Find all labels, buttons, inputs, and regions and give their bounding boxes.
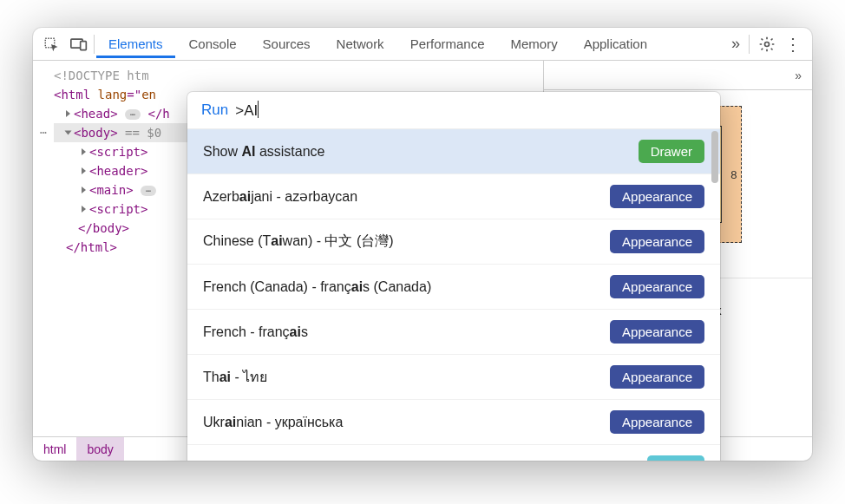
- divider: [94, 35, 95, 54]
- gear-icon[interactable]: [758, 36, 776, 53]
- command-palette-item[interactable]: Show AI assistanceDrawer: [187, 129, 720, 174]
- sidebar-overflow-icon[interactable]: »: [795, 69, 802, 82]
- command-item-label: Show AI assistance: [203, 144, 325, 160]
- command-palette-list: Show AI assistanceDrawerAzerbaijani - az…: [187, 129, 720, 461]
- dom-doctype: <!DOCTYPE htm: [54, 69, 149, 82]
- gutter-dots-icon[interactable]: ⋯: [36, 123, 50, 142]
- tab-bar: Elements Console Sources Network Perform…: [33, 28, 812, 61]
- command-palette-input[interactable]: Run >AI: [187, 92, 720, 129]
- scrollbar-thumb[interactable]: [711, 131, 718, 183]
- text-caret: [258, 101, 259, 118]
- command-item-badge: Appearance: [610, 185, 704, 208]
- tab-performance[interactable]: Performance: [398, 29, 497, 58]
- command-item-badge: Appearance: [610, 410, 704, 434]
- command-item-label: Show Application: [203, 460, 311, 461]
- tab-network[interactable]: Network: [324, 29, 396, 58]
- tabs-overflow-icon[interactable]: »: [731, 35, 740, 53]
- command-palette: Run >AI Show AI assistanceDrawerAzerbaij…: [187, 92, 720, 461]
- inspect-icon[interactable]: [38, 32, 64, 56]
- command-item-label: Chinese (Taiwan) - 中文 (台灣): [203, 232, 394, 251]
- dom-body[interactable]: <body>: [74, 126, 118, 140]
- expand-icon[interactable]: [82, 187, 86, 193]
- command-palette-item[interactable]: Azerbaijani - azərbaycanAppearance: [187, 174, 720, 219]
- ellipsis-icon[interactable]: ⋯: [141, 186, 156, 196]
- dom-html-close[interactable]: </html>: [66, 240, 117, 254]
- dom-html-open[interactable]: <html lang="en: [54, 88, 156, 101]
- dom-main[interactable]: <main>: [89, 183, 134, 197]
- command-item-badge: Appearance: [610, 365, 704, 389]
- command-palette-item[interactable]: Chinese (Taiwan) - 中文 (台灣)Appearance: [187, 219, 720, 265]
- command-palette-item[interactable]: French - françaisAppearance: [187, 310, 720, 355]
- tab-memory[interactable]: Memory: [499, 29, 570, 58]
- command-query: >AI: [235, 101, 259, 120]
- tab-elements[interactable]: Elements: [96, 29, 175, 58]
- selected-node-indicator: == $0: [125, 126, 161, 140]
- svg-point-3: [765, 42, 770, 46]
- tab-console[interactable]: Console: [177, 29, 249, 58]
- expand-icon[interactable]: [66, 110, 70, 117]
- command-item-badge: Panel: [647, 455, 704, 461]
- dom-script[interactable]: <script>: [89, 202, 147, 216]
- command-item-label: Thai - ไทย: [203, 366, 267, 388]
- command-item-badge: Appearance: [610, 320, 704, 344]
- dom-header[interactable]: <header>: [89, 164, 147, 178]
- devtools-window: Elements Console Sources Network Perform…: [33, 28, 812, 461]
- command-item-badge: Drawer: [639, 140, 704, 163]
- dom-head[interactable]: <head>: [74, 107, 118, 121]
- dom-script[interactable]: <script>: [89, 145, 147, 159]
- tab-sources[interactable]: Sources: [251, 29, 323, 58]
- command-item-label: French - français: [203, 324, 308, 340]
- breadcrumb-html[interactable]: html: [33, 437, 76, 461]
- dom-body-close[interactable]: </body>: [78, 221, 129, 235]
- run-label: Run: [201, 101, 228, 119]
- breadcrumb-body[interactable]: body: [76, 437, 123, 461]
- device-toggle-icon[interactable]: [66, 32, 92, 56]
- command-item-label: French (Canada) - français (Canada): [203, 279, 431, 295]
- command-item-badge: Appearance: [610, 230, 704, 253]
- divider: [749, 35, 750, 54]
- expand-icon[interactable]: [82, 167, 86, 174]
- expand-icon[interactable]: [82, 148, 86, 155]
- command-palette-item[interactable]: Thai - ไทยAppearance: [187, 355, 720, 400]
- command-item-badge: Appearance: [610, 275, 704, 298]
- command-palette-item[interactable]: French (Canada) - français (Canada)Appea…: [187, 265, 720, 310]
- command-palette-item[interactable]: Show ApplicationPanel: [187, 445, 720, 461]
- tab-application[interactable]: Application: [572, 29, 659, 58]
- command-item-label: Azerbaijani - azərbaycan: [203, 188, 357, 205]
- box-model-margin-right: 8: [730, 168, 737, 181]
- sidebar-tabs[interactable]: »: [544, 61, 812, 90]
- ellipsis-icon[interactable]: ⋯: [125, 109, 141, 120]
- expand-icon[interactable]: [65, 131, 72, 135]
- command-item-label: Ukrainian - українська: [203, 415, 343, 430]
- expand-icon[interactable]: [82, 206, 86, 213]
- svg-rect-2: [81, 41, 87, 49]
- command-palette-item[interactable]: Ukrainian - українськаAppearance: [187, 400, 720, 445]
